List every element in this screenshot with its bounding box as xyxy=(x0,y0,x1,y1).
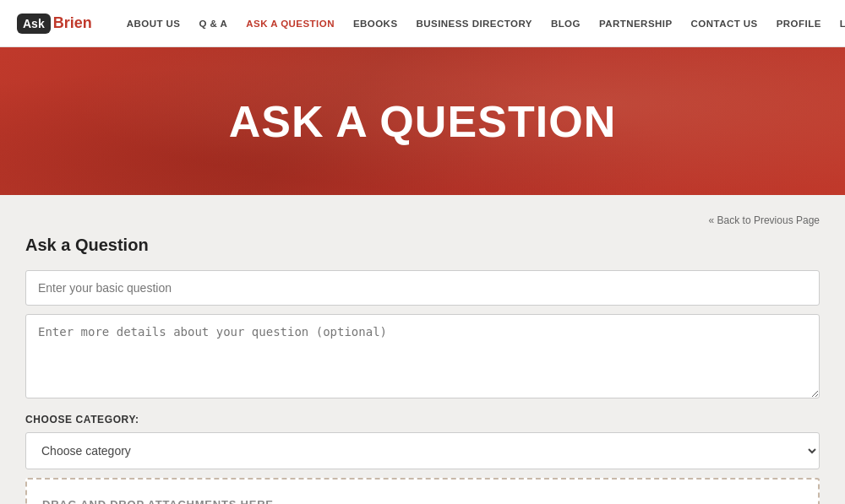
nav-ask-a-question[interactable]: ASK A QUESTION xyxy=(237,19,344,29)
nav-blog[interactable]: BLOG xyxy=(542,19,590,29)
nav-partnership[interactable]: PARTNERSHIP xyxy=(590,19,682,29)
hero-banner: ASK A QUESTION xyxy=(0,47,845,195)
logo[interactable]: Ask Brien xyxy=(17,14,92,34)
nav-contact-us[interactable]: CONTACT US xyxy=(682,19,767,29)
hero-title: ASK A QUESTION xyxy=(229,96,617,147)
nav-profile[interactable]: PROFILE xyxy=(767,19,831,29)
logo-brien: Brien xyxy=(53,14,92,32)
form-section-title: Ask a Question xyxy=(25,236,820,255)
logo-ask: Ask xyxy=(17,14,51,34)
main-content: « Back to Previous Page Ask a Question C… xyxy=(0,195,845,504)
category-label: CHOOSE CATEGORY: xyxy=(25,414,820,425)
back-link[interactable]: « Back to Previous Page xyxy=(709,214,820,226)
nav-business-directory[interactable]: BUSINESS DIRECTORY xyxy=(407,19,542,29)
category-select[interactable]: Choose category xyxy=(25,432,820,469)
nav-about-us[interactable]: ABOUT US xyxy=(117,19,190,29)
nav-logout[interactable]: LOGOUT xyxy=(831,19,845,29)
back-link-row: « Back to Previous Page xyxy=(25,212,820,227)
main-nav: ABOUT US Q & A ASK A QUESTION EBOOKS BUS… xyxy=(117,19,845,29)
details-textarea[interactable] xyxy=(25,314,820,398)
dropzone[interactable]: DRAG AND DROP ATTACHMENTS HERE xyxy=(25,478,820,504)
nav-q-and-a[interactable]: Q & A xyxy=(189,19,237,29)
nav-ebooks[interactable]: EBOOKS xyxy=(344,19,407,29)
question-input[interactable] xyxy=(25,270,820,306)
header: Ask Brien ABOUT US Q & A ASK A QUESTION … xyxy=(0,0,845,47)
